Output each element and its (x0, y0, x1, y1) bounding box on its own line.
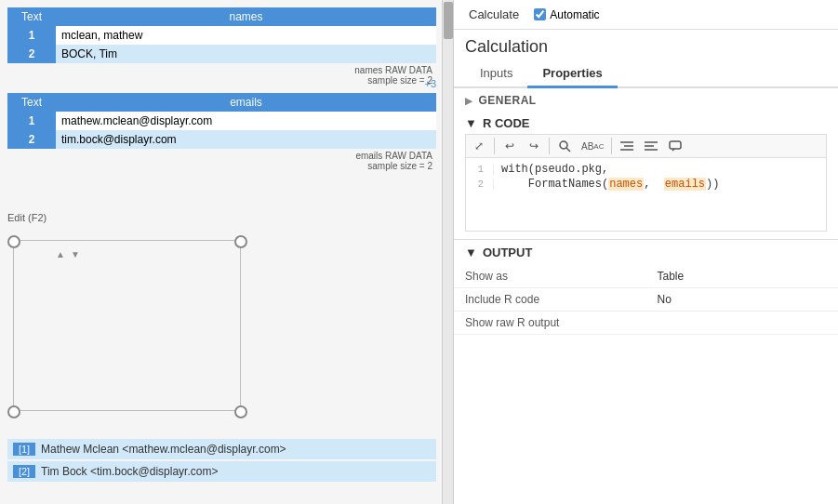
show-raw-value[interactable] (646, 312, 839, 335)
toolbar-separator-2 (549, 138, 550, 154)
list-section: [1] Mathew Mclean <mathew.mclean@display… (7, 439, 436, 482)
scrollbar[interactable] (442, 0, 453, 504)
names-table: Text names 1 mclean, mathew 2 BOCK, Tim (7, 7, 436, 63)
svg-line-1 (566, 148, 570, 152)
code-line-2: 2 FormatNames(names, emails)) (466, 177, 826, 192)
output-arrow-icon: ▼ (465, 245, 477, 259)
panel-title: Calculation (454, 30, 838, 60)
svg-rect-8 (670, 141, 681, 149)
svg-point-0 (560, 141, 567, 149)
automatic-label: Automatic (550, 8, 599, 21)
code-text-2: FormatNames(names, emails)) (501, 178, 719, 191)
general-label: GENERAL (479, 94, 537, 107)
circle-node-br (234, 405, 247, 418)
expand-button[interactable]: ⤢ (468, 138, 490, 154)
sort-down-icon[interactable]: ▼ (71, 249, 80, 259)
circle-node-tr (234, 235, 247, 248)
search-icon (558, 139, 571, 153)
automatic-checkbox[interactable] (534, 8, 546, 20)
table-row: 1 mclean, mathew (7, 26, 436, 45)
emails-row1-value: mathew.mclean@displayr.com (56, 112, 436, 130)
code-names-highlight: names (608, 178, 644, 191)
indent-button[interactable] (616, 139, 638, 153)
names-text-header: Text (7, 7, 56, 26)
undo-button[interactable]: ↩ (499, 138, 521, 154)
item-badge-2: [2] (13, 465, 35, 478)
code-text-1: with(pseudo.pkg, (501, 163, 608, 176)
outdent-button[interactable] (640, 139, 662, 153)
table-row: 1 mathew.mclean@displayr.com (7, 112, 436, 130)
code-line-1: 1 with(pseudo.pkg, (466, 162, 826, 177)
scrollbar-thumb[interactable] (444, 2, 453, 39)
left-panel: Text names 1 mclean, mathew 2 BOCK, Tim … (0, 0, 454, 504)
table-row: 2 BOCK, Tim (7, 45, 436, 63)
sort-up-icon[interactable]: ▲ (56, 249, 65, 259)
circle-node-tl (7, 235, 20, 248)
list-item[interactable]: [2] Tim Bock <tim.bock@displayr.com> (7, 461, 436, 482)
emails-row2-value: tim.bock@displayr.com (56, 130, 436, 149)
code-toolbar: ⤢ ↩ ↪ ABAC (465, 134, 827, 157)
connector-line-left (13, 240, 14, 412)
code-emails-highlight: emails (664, 178, 706, 191)
output-section-header[interactable]: ▼ OUTPUT (454, 240, 838, 265)
connector-line-middle (240, 240, 241, 412)
connector-line-top (13, 240, 240, 241)
rcode-arrow-icon: ▼ (465, 116, 477, 130)
redo-button[interactable]: ↪ (523, 138, 545, 154)
edit-label: Edit (F2) (7, 212, 47, 223)
row-num-2: 2 (7, 45, 56, 63)
line-num-2: 2 (466, 179, 494, 190)
include-rcode-value[interactable]: No (646, 288, 839, 312)
calculate-button[interactable]: Calculate (465, 6, 523, 23)
rcode-label: R CODE (483, 116, 530, 130)
general-arrow-icon: ▶ (465, 96, 473, 106)
output-row-include-rcode: Include R code No (454, 288, 838, 312)
outdent-icon (645, 140, 658, 152)
tab-properties[interactable]: Properties (527, 60, 617, 88)
names-row2-value: BOCK, Tim (56, 45, 436, 63)
emails-text-header: Text (7, 93, 56, 112)
connector-line-bottom (13, 410, 240, 411)
include-rcode-label: Include R code (454, 288, 646, 312)
ab-button[interactable]: ABAC (578, 139, 607, 153)
show-as-value[interactable]: Table (646, 265, 839, 288)
emails-row-num-1: 1 (7, 112, 56, 130)
output-row-show-raw: Show raw R output (454, 312, 838, 335)
output-section: ▼ OUTPUT Show as Table Include R code No… (454, 239, 838, 335)
plus-badge: +3 (424, 78, 436, 89)
panel-content: Calculation Inputs Properties ▶ GENERAL … (454, 30, 838, 504)
rcode-section-header[interactable]: ▼ R CODE (465, 113, 827, 134)
code-editor[interactable]: 1 with(pseudo.pkg, 2 FormatNames(names, … (465, 157, 827, 232)
table-row: 2 tim.bock@displayr.com (7, 130, 436, 149)
list-item-text-2: Tim Bock <tim.bock@displayr.com> (41, 465, 218, 478)
names-column-header: names (56, 7, 436, 26)
item-badge-1: [1] (13, 443, 35, 456)
names-raw-note: names RAW DATA sample size = 2 (7, 65, 436, 86)
general-section-header[interactable]: ▶ GENERAL (454, 88, 838, 113)
output-table: Show as Table Include R code No Show raw… (454, 265, 838, 335)
emails-table-container: Text emails 1 mathew.mclean@displayr.com… (7, 93, 436, 171)
indent-icon (620, 140, 633, 152)
emails-table: Text emails 1 mathew.mclean@displayr.com… (7, 93, 436, 149)
output-label: OUTPUT (483, 245, 532, 259)
emails-column-header: emails (56, 93, 436, 112)
toolbar-separator-1 (494, 138, 495, 154)
output-row-show-as: Show as Table (454, 265, 838, 288)
list-item[interactable]: [1] Mathew Mclean <mathew.mclean@display… (7, 439, 436, 459)
sort-icons: ▲ ▼ (56, 249, 80, 259)
show-raw-label: Show raw R output (454, 312, 646, 335)
comment-icon (669, 140, 682, 152)
comment-button[interactable] (664, 139, 686, 153)
toolbar-separator-3 (611, 138, 612, 154)
right-panel: Calculate Automatic Calculation Inputs P… (454, 0, 838, 504)
circle-node-bl (7, 405, 20, 418)
emails-raw-note: emails RAW DATA sample size = 2 (7, 151, 436, 171)
rcode-section: ▼ R CODE ⤢ ↩ ↪ ABAC (454, 113, 838, 232)
top-bar: Calculate Automatic (454, 0, 838, 30)
names-table-container: Text names 1 mclean, mathew 2 BOCK, Tim … (7, 7, 436, 86)
line-num-1: 1 (466, 164, 494, 175)
tab-inputs[interactable]: Inputs (465, 60, 527, 88)
find-button[interactable] (553, 138, 576, 154)
names-row1-value: mclean, mathew (56, 26, 436, 45)
show-as-label: Show as (454, 265, 646, 288)
